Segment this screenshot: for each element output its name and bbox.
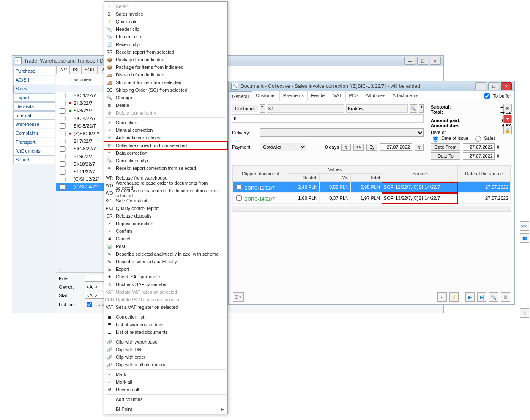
sidebar-item[interactable]: Internal <box>13 111 55 120</box>
menu-item[interactable]: ≣List of related documents <box>104 328 227 336</box>
menu-item[interactable]: SOShipping Order (SO) from selected <box>104 86 227 94</box>
menu-item[interactable]: 📦Package from indicated <box>104 56 227 63</box>
menu-item[interactable]: 📦Package for items from indicated <box>104 63 227 71</box>
sum-button[interactable]: Σ ▾ <box>233 292 244 302</box>
menu-item[interactable]: DRRelease deposits <box>104 212 227 220</box>
menu-item[interactable]: ⚡Quick sale <box>104 18 227 25</box>
menu-item[interactable]: 📎Element clip <box>104 33 227 41</box>
menu-item[interactable]: 📊Post <box>104 243 227 250</box>
run2-icon[interactable]: ▶| <box>477 292 486 302</box>
tool-cancel-icon[interactable]: ✖ <box>503 115 512 123</box>
close-button[interactable]: ✕ <box>430 57 441 65</box>
row-checkbox[interactable] <box>60 146 66 152</box>
find-icon[interactable]: 🔍 <box>489 292 498 302</box>
sales-radio[interactable]: Sales <box>473 135 496 142</box>
customer-input[interactable] <box>267 104 344 113</box>
menu-item[interactable]: 🔗Clip with multiple orders <box>104 361 227 368</box>
city-input[interactable] <box>346 104 408 113</box>
menu-item[interactable]: ✓Mark all <box>104 378 227 386</box>
row-checkbox[interactable] <box>60 169 66 175</box>
menu-item[interactable]: ✓Manual correction <box>104 126 227 134</box>
row-checkbox[interactable] <box>60 184 66 190</box>
menu-item[interactable]: ✓Correction <box>104 119 227 126</box>
menu-item[interactable]: ⇲Export <box>104 265 227 273</box>
sidebar-item[interactable]: Deposits <box>13 102 55 111</box>
search-dropdown-icon[interactable]: ▾ <box>419 104 424 113</box>
row-checkbox[interactable] <box>60 139 66 144</box>
table-row[interactable]: SORC-11/22/7 -2,40 PLN -0,55 PLN -2,95 P… <box>233 182 511 193</box>
menu-item[interactable]: ≡Data correction <box>104 149 227 157</box>
menu-item[interactable]: ✓Confirm <box>104 227 227 235</box>
row-checkbox[interactable] <box>236 195 242 201</box>
sidebar-item[interactable]: AC/SII <box>13 76 55 84</box>
menu-item[interactable]: ★Check SAF parameter <box>104 273 227 281</box>
menu-item[interactable]: Add columns <box>104 395 227 403</box>
row-checkbox[interactable] <box>60 161 66 167</box>
tool-icon[interactable]: ⎘ <box>503 104 512 112</box>
row-checkbox[interactable] <box>60 131 66 136</box>
search-icon[interactable]: 🔍 <box>410 104 417 113</box>
menu-item[interactable]: ≡Receipt report correction from selected <box>104 164 227 172</box>
row-checkbox[interactable] <box>236 184 242 190</box>
days-spinner[interactable]: ⇕ <box>341 144 351 151</box>
menu-item[interactable]: SISales invoice <box>104 10 227 18</box>
tool-lock-icon[interactable]: 🔒 <box>503 126 512 134</box>
date-to-field[interactable]: 27.07.2022 <box>463 152 495 160</box>
menu-item[interactable]: 🔗Clip with DR <box>104 346 227 353</box>
payment-date[interactable]: 27.07.2022 <box>380 143 412 151</box>
date-from-button[interactable]: Date From <box>431 143 460 151</box>
sidebar-item[interactable]: Search <box>13 155 55 164</box>
menu-item[interactable]: 🚚Shipment for item from selected <box>104 79 227 86</box>
tab[interactable]: VAT <box>330 91 346 101</box>
menu-item[interactable]: 🚚Dispatch from indicated <box>104 71 227 79</box>
row-checkbox[interactable] <box>60 123 66 129</box>
sidebar-item[interactable]: Complaints <box>13 129 55 137</box>
tab[interactable]: Attachments <box>389 91 422 101</box>
extra-icon[interactable]: ⎘ <box>520 308 529 318</box>
customer-line2-input[interactable] <box>232 114 424 123</box>
confirm-icon[interactable]: ✓ <box>437 292 447 302</box>
date-to-button[interactable]: Date To <box>431 152 460 160</box>
menu-item[interactable]: 🔍Change <box>104 94 227 101</box>
people-icon[interactable]: 👥 <box>520 233 529 243</box>
tab[interactable]: ISI <box>70 66 81 74</box>
menu-item[interactable]: ✖Cancel <box>104 235 227 243</box>
menu-item[interactable]: WOWarehouse release order to document it… <box>104 189 227 197</box>
tab[interactable]: Customer <box>252 91 280 101</box>
maximize-button[interactable]: ☐ <box>417 57 428 65</box>
menu-item[interactable]: RRReceipt report from selected <box>104 48 227 56</box>
by-button[interactable]: By <box>366 144 377 151</box>
close-button[interactable]: ✕ <box>501 82 512 90</box>
menu-item[interactable]: BI Point▶ <box>104 405 227 413</box>
to-buffer-check[interactable]: To buffer <box>483 91 514 101</box>
menu-item[interactable]: 📎Header clip <box>104 25 227 33</box>
minimize-button[interactable]: — <box>404 57 415 65</box>
tab[interactable]: Payments <box>280 91 308 101</box>
minimize-button[interactable]: — <box>475 82 486 90</box>
row-checkbox[interactable] <box>60 154 66 159</box>
vat-icon[interactable]: VAT <box>520 221 529 231</box>
menu-item[interactable]: ✓Mark <box>104 371 227 378</box>
row-checkbox[interactable] <box>60 93 66 98</box>
tab[interactable]: Attributes <box>362 91 389 101</box>
menu-item[interactable]: ✎Describe selected analytically <box>104 258 227 265</box>
customer-button[interactable]: Customer <box>232 105 258 112</box>
date-from-field[interactable]: 27.07.2022 <box>463 143 495 151</box>
row-checkbox[interactable] <box>60 177 66 182</box>
sidebar-item[interactable]: Export <box>13 93 55 102</box>
tab[interactable]: SOR <box>82 66 98 74</box>
row-checkbox[interactable] <box>60 108 66 114</box>
menu-item[interactable]: 🗑Delete <box>104 101 227 109</box>
sidebar-item[interactable]: Transport <box>13 138 55 146</box>
payment-method-select[interactable]: Gotówka <box>260 143 306 151</box>
run-icon[interactable]: ▶ <box>465 292 475 302</box>
tab[interactable]: Header <box>308 91 330 101</box>
menu-item[interactable]: 🔗Clip with order <box>104 353 227 361</box>
menu-item[interactable]: PKJQuality control report <box>104 205 227 212</box>
row-checkbox[interactable] <box>60 101 66 106</box>
row-checkbox[interactable] <box>60 116 66 121</box>
horizontal-scrollbar[interactable]: ‹› <box>232 206 511 212</box>
next-button[interactable]: >> <box>353 144 364 151</box>
sidebar-item[interactable]: Sales <box>13 85 55 93</box>
menu-item[interactable]: 📎Corrections clip <box>104 157 227 164</box>
